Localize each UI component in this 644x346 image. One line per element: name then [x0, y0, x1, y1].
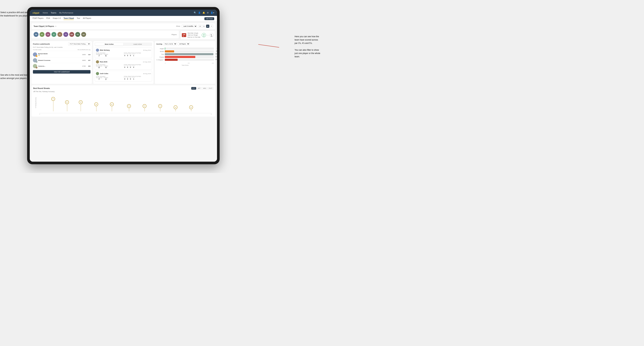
- list-view-icon[interactable]: ⊟: [202, 25, 206, 28]
- avatar-7[interactable]: MW: [69, 32, 74, 37]
- streak-dot-2: 6x: [79, 100, 82, 104]
- show-select[interactable]: Last 3 months: [182, 25, 197, 28]
- total-rounds-section-2: Total Rounds Tournament 8 Practice 4: [96, 64, 123, 68]
- bar-row-double: D. Bogeys + 131: [156, 59, 214, 61]
- edit-icon[interactable]: ✏: [55, 25, 56, 27]
- shot-badge: 198 sg: [182, 33, 186, 37]
- bar-track-pars: 499: [165, 53, 214, 55]
- leaderboard-subtitle: PUTT Must Make Putting (3-6 ft), Last 3 …: [33, 46, 90, 48]
- sub-nav-hcaps[interactable]: Hcaps 1-5: [53, 17, 61, 20]
- sub-nav-all[interactable]: All Players: [83, 17, 91, 20]
- nav-link-teams[interactable]: Teams: [51, 12, 56, 14]
- shot-circles: 16 yds 0 yds: [202, 33, 214, 37]
- chart-x-axis: 0 200 400: [156, 63, 214, 64]
- avatar-2[interactable]: EC: [40, 32, 44, 37]
- avatar-3[interactable]: CM: [46, 32, 50, 37]
- avatar-9[interactable]: GK: [81, 32, 86, 37]
- streak-btn-ott[interactable]: OTT: [191, 87, 196, 90]
- player-avatar-1: 1: [33, 52, 37, 57]
- activity-player-2: Rees Britt: [96, 60, 108, 63]
- player-info-3: Cameron...: [38, 65, 81, 67]
- avatar-1[interactable]: RB: [34, 32, 38, 37]
- bar-row-eagles: Eagles 3: [156, 47, 214, 50]
- chart-x-label: Total Shots: [156, 64, 214, 66]
- sub-nav-team[interactable]: Team Clippd: [64, 17, 74, 20]
- bar-label-double: D. Bogeys +: [156, 59, 164, 61]
- drill-select[interactable]: PUTT Must Make Putting...: [68, 42, 90, 45]
- bar-track-birdies: 96: [165, 50, 214, 52]
- nav-bar: clippd Home Teams My Performance 🔍 👤 🔔 ⚙…: [30, 9, 217, 16]
- card-view-icon[interactable]: ⊠: [206, 25, 209, 28]
- practice-sub-values-3: OTT0 APP0 ARG0 PUTT1: [124, 77, 151, 80]
- tablet-screen: clippd Home Teams My Performance 🔍 👤 🔔 ⚙…: [30, 9, 217, 162]
- player-filter-select[interactable]: All Players: [178, 42, 190, 45]
- view-leaderboard-button[interactable]: View Full Leaderboard: [33, 70, 90, 74]
- sub-nav-tour[interactable]: Tour: [77, 17, 80, 20]
- activity-stats-3: Total Rounds Tournament 7 Practice 2: [96, 76, 151, 80]
- activity-avatar-1: [96, 49, 99, 52]
- avatar-5[interactable]: SL: [58, 32, 62, 37]
- bell-icon[interactable]: 🔔: [202, 11, 205, 14]
- main-content: Team Clippd | 14 Players ✏ Show: Last 3 …: [30, 21, 217, 162]
- activity-item-header-3: Josh Coles 26 Aug 2023: [96, 72, 151, 75]
- bar-track-bogeys: 311: [165, 56, 214, 58]
- settings-icon[interactable]: ⚙: [207, 11, 209, 14]
- nav-links: Home Teams My Performance: [43, 12, 194, 14]
- bar-value-birdies: 96: [216, 50, 217, 52]
- streaks-subtitle: Off The Tee, Fairway Accuracy: [33, 91, 214, 92]
- nav-link-home[interactable]: Home: [43, 12, 48, 14]
- avatar-4[interactable]: JC: [52, 32, 56, 37]
- annotation-bottom-left: See who is the most and leastactive amon…: [0, 73, 28, 80]
- practice-activities-section-3: Total Practice Activities OTT0 APP0 ARG0…: [124, 76, 151, 80]
- practice-col-1: Practice 6: [104, 54, 108, 57]
- activity-player-3: Josh Coles: [96, 72, 108, 75]
- streak-dot-6: 4x: [142, 104, 146, 108]
- scoring-card-header: Scoring Par 3, 4 & 5s All Players: [156, 42, 214, 45]
- stat-values-3: Tournament 7 Practice 2: [96, 77, 123, 80]
- nav-icons: 🔍 👤 🔔 ⚙ 👤▾: [194, 11, 214, 14]
- add-team-button[interactable]: Add Team: [204, 17, 214, 20]
- col-player-name: PLAYER NAME: [33, 49, 78, 50]
- view-icons: ⊞ ⊟ ⊠ ≡: [198, 25, 213, 28]
- avatar-icon[interactable]: 👤▾: [210, 11, 214, 14]
- shot-circle-2: 0 yds: [210, 33, 214, 37]
- avatar-6[interactable]: TG: [63, 32, 68, 37]
- col-pb-score: PB SCORE: [78, 49, 84, 50]
- streaks-buttons: OTT APP ARG PUTT: [191, 87, 214, 90]
- sub-nav-pgat[interactable]: PGAT Players: [32, 17, 44, 20]
- activity-avatar-3: [96, 72, 99, 75]
- col-pb-avg: PB AVG SQ: [84, 49, 90, 50]
- sub-nav-pga[interactable]: PGA: [46, 17, 50, 20]
- circle2-value: 0: [211, 34, 212, 35]
- rank-badge-3: 3: [36, 67, 38, 68]
- avatar-8[interactable]: PH: [75, 32, 80, 37]
- player-name-1: Richard Butler: [38, 53, 81, 54]
- bar-label-bogeys: Bogeys: [156, 56, 164, 58]
- nav-link-performance[interactable]: My Performance: [59, 12, 73, 14]
- x-tick-e: E: [211, 114, 212, 115]
- detail-view-icon[interactable]: ≡: [210, 25, 213, 28]
- tournament-col-1: Tournament 7: [96, 54, 102, 57]
- bar-fill-pars: [165, 53, 213, 55]
- grid-view-icon[interactable]: ⊞: [198, 25, 202, 28]
- bar-value-pars: 499: [215, 53, 217, 54]
- streak-dot-5: 4x: [127, 104, 131, 108]
- least-active-tab[interactable]: Least Active: [123, 43, 152, 46]
- practice-activities-section-1: Total Practice Activities OTT 0 APP 0: [124, 52, 151, 57]
- streak-chart: % Fairway Accuracy 7x6x6x5x5x4x4x4x3x3x …: [33, 94, 214, 115]
- par-filter-select[interactable]: Par 3, 4 & 5s: [163, 42, 177, 45]
- practice-activities-section-2: Total Practice Activities OTT0 APP0 ARG0…: [124, 64, 151, 68]
- streak-btn-arg[interactable]: ARG: [202, 87, 207, 90]
- stat-values-2: Tournament 8 Practice 4: [96, 65, 123, 68]
- practice-sub-values-1: OTT 0 APP 0 ARG 0: [124, 54, 151, 56]
- activity-card: Most Active Least Active Blair McHarg 26…: [93, 41, 154, 84]
- practice-val-1: 6: [104, 55, 108, 57]
- search-icon[interactable]: 🔍: [194, 11, 196, 14]
- streak-btn-putt[interactable]: PUTT: [208, 87, 214, 90]
- players-shot-row: RB EC CM JC SL TG MW PH GK Players: [32, 30, 215, 40]
- streak-btn-app[interactable]: APP: [197, 87, 202, 90]
- most-active-tab[interactable]: Most Active: [95, 43, 123, 46]
- leaderboard-title: Practice Leaderboards: [33, 43, 50, 45]
- user-icon[interactable]: 👤: [198, 11, 201, 14]
- circle1-value: 16: [203, 34, 204, 35]
